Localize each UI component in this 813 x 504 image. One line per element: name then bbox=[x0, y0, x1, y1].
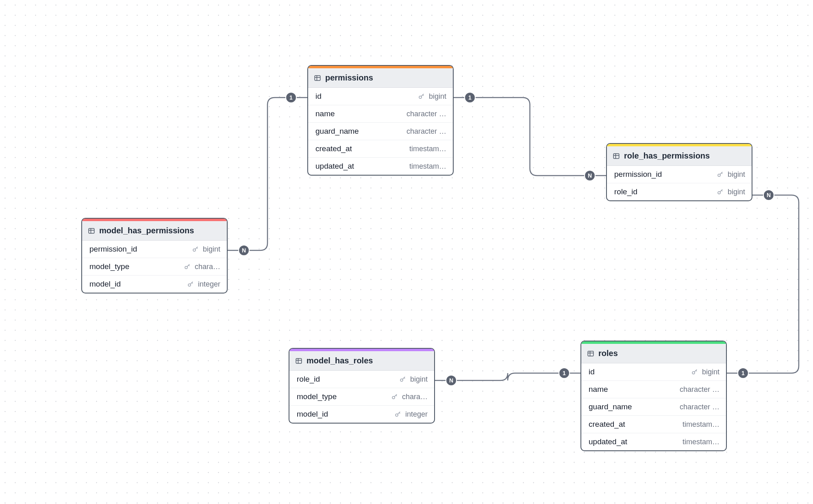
column-row[interactable]: updated_attimestam… bbox=[581, 433, 726, 450]
column-name: created_at bbox=[315, 144, 399, 153]
column-name: updated_at bbox=[589, 437, 672, 446]
table-model_has_roles[interactable]: model_has_rolesrole_idbigintmodel_typech… bbox=[289, 348, 435, 424]
column-name: id bbox=[315, 92, 418, 101]
key-icon bbox=[394, 411, 402, 418]
table-name: role_has_permissions bbox=[624, 151, 710, 161]
column-row[interactable]: role_idbigint bbox=[607, 183, 752, 200]
column-name: model_id bbox=[89, 280, 187, 289]
svg-point-12 bbox=[185, 266, 187, 269]
svg-rect-0 bbox=[315, 76, 320, 80]
column-name: role_id bbox=[614, 187, 717, 196]
cardinality-badge: N bbox=[763, 189, 774, 201]
column-row[interactable]: permission_idbigint bbox=[82, 241, 227, 258]
svg-point-9 bbox=[193, 249, 196, 251]
relation-edge bbox=[749, 195, 799, 373]
column-type: chara… bbox=[402, 393, 428, 401]
svg-point-3 bbox=[419, 96, 422, 98]
table-header[interactable]: role_has_permissions bbox=[607, 146, 752, 166]
key-icon bbox=[187, 280, 194, 288]
svg-point-24 bbox=[718, 191, 720, 194]
column-type: timestam… bbox=[683, 438, 720, 446]
column-type: integer bbox=[198, 280, 220, 289]
svg-line-35 bbox=[396, 395, 397, 396]
svg-line-32 bbox=[404, 378, 405, 378]
column-row[interactable]: model_idinteger bbox=[82, 276, 227, 293]
column-row[interactable]: idbigint bbox=[308, 88, 453, 105]
key-icon bbox=[717, 171, 724, 178]
cardinality-badge: N bbox=[446, 375, 457, 386]
column-type: character … bbox=[680, 403, 720, 411]
column-name: role_id bbox=[297, 375, 400, 384]
relation-edge bbox=[457, 373, 559, 380]
key-icon bbox=[691, 368, 698, 376]
column-row[interactable]: created_attimestam… bbox=[308, 140, 453, 158]
key-icon bbox=[391, 393, 398, 400]
svg-point-30 bbox=[400, 379, 403, 381]
column-name: id bbox=[589, 367, 691, 376]
column-row[interactable]: permission_idbigint bbox=[607, 166, 752, 183]
cardinality-badge: 1 bbox=[464, 92, 476, 103]
table-icon bbox=[314, 74, 321, 82]
table-header[interactable]: permissions bbox=[308, 68, 453, 88]
column-row[interactable]: created_attimestam… bbox=[581, 416, 726, 433]
svg-line-17 bbox=[192, 282, 193, 283]
column-row[interactable]: guard_namecharacter … bbox=[308, 123, 453, 140]
svg-line-11 bbox=[197, 248, 198, 248]
key-icon bbox=[418, 93, 425, 100]
column-name: created_at bbox=[589, 420, 672, 429]
svg-rect-39 bbox=[588, 351, 593, 356]
column-row[interactable]: updated_attimestam… bbox=[308, 158, 453, 175]
column-type: timestam… bbox=[683, 420, 720, 429]
cardinality-badge: N bbox=[584, 170, 596, 181]
table-header[interactable]: model_has_roles bbox=[289, 351, 434, 371]
column-type: bigint bbox=[410, 375, 428, 384]
table-role_has_permissions[interactable]: role_has_permissionspermission_idbigintr… bbox=[606, 143, 752, 201]
column-row[interactable]: guard_namecharacter … bbox=[581, 398, 726, 416]
erd-canvas[interactable]: permissionsidbigintnamecharacter …guard_… bbox=[0, 0, 813, 504]
column-row[interactable]: idbigint bbox=[581, 363, 726, 381]
table-header[interactable]: model_has_permissions bbox=[82, 221, 227, 241]
table-header[interactable]: roles bbox=[581, 344, 726, 363]
table-model_has_permissions[interactable]: model_has_permissionspermission_idbigint… bbox=[81, 218, 228, 293]
svg-line-23 bbox=[722, 173, 722, 174]
key-icon bbox=[717, 188, 724, 196]
column-type: bigint bbox=[728, 170, 745, 179]
column-type: bigint bbox=[203, 245, 220, 254]
column-row[interactable]: model_typechara… bbox=[289, 388, 434, 406]
svg-point-15 bbox=[188, 284, 191, 286]
column-type: bigint bbox=[728, 188, 745, 196]
cardinality-badge: N bbox=[238, 245, 250, 256]
svg-point-21 bbox=[718, 174, 720, 176]
svg-line-26 bbox=[722, 190, 722, 191]
cardinality-badge: 1 bbox=[285, 92, 297, 103]
svg-rect-27 bbox=[296, 358, 302, 363]
svg-line-44 bbox=[696, 370, 697, 371]
column-type: character … bbox=[406, 110, 446, 118]
column-name: guard_name bbox=[315, 127, 396, 136]
table-name: permissions bbox=[325, 73, 373, 83]
column-name: name bbox=[589, 385, 669, 394]
key-icon bbox=[192, 245, 199, 253]
column-row[interactable]: namecharacter … bbox=[581, 381, 726, 398]
column-type: bigint bbox=[702, 368, 720, 376]
relation-edge bbox=[250, 98, 285, 250]
table-name: model_has_permissions bbox=[99, 226, 194, 235]
table-name: roles bbox=[598, 349, 618, 358]
table-permissions[interactable]: permissionsidbigintnamecharacter …guard_… bbox=[307, 65, 454, 176]
table-icon bbox=[295, 357, 302, 365]
column-row[interactable]: model_idinteger bbox=[289, 406, 434, 423]
key-icon bbox=[184, 263, 191, 270]
cardinality-badge: 1 bbox=[559, 367, 570, 379]
column-type: chara… bbox=[195, 263, 220, 271]
svg-rect-18 bbox=[613, 154, 619, 159]
column-type: bigint bbox=[429, 92, 446, 101]
table-roles[interactable]: rolesidbigintnamecharacter …guard_namech… bbox=[580, 341, 727, 451]
column-row[interactable]: model_typechara… bbox=[82, 258, 227, 276]
column-row[interactable]: role_idbigint bbox=[289, 371, 434, 388]
svg-point-42 bbox=[692, 371, 695, 374]
table-icon bbox=[88, 227, 95, 235]
column-type: timestam… bbox=[409, 162, 446, 171]
column-name: model_type bbox=[89, 262, 184, 271]
column-row[interactable]: namecharacter … bbox=[308, 105, 453, 123]
table-name: model_has_roles bbox=[307, 356, 373, 365]
